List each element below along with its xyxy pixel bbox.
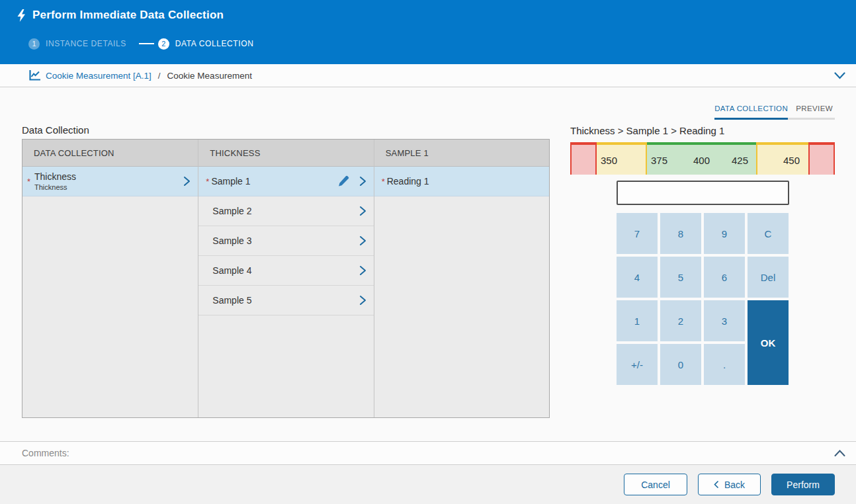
scale-zone-yellow-high <box>756 142 808 175</box>
measurement-path: Thickness > Sample 1 > Reading 1 <box>570 125 724 136</box>
key-ok[interactable]: OK <box>748 300 789 385</box>
row-sample-3[interactable]: Sample 3 <box>198 226 373 256</box>
reading-value-input[interactable] <box>617 181 789 205</box>
row-reading-1[interactable]: * Reading 1 <box>374 167 549 196</box>
step-1-circle: 1 <box>28 38 40 50</box>
row-thickness[interactable]: * Thickness Thickness <box>22 167 198 196</box>
panel-tabs: DATA COLLECTION PREVIEW <box>570 105 835 120</box>
scale-boundary-350: 350 <box>601 155 617 166</box>
breadcrumb-separator: / <box>158 71 161 81</box>
cancel-button[interactable]: Cancel <box>624 474 687 495</box>
breadcrumb: Cookie Measurement [A.1] / Cookie Measur… <box>0 64 856 87</box>
lightning-icon <box>17 9 26 22</box>
required-asterisk: * <box>27 177 30 187</box>
key-plus-minus[interactable]: +/- <box>617 344 658 385</box>
step-2-label: DATA COLLECTION <box>175 39 254 48</box>
key-5[interactable]: 5 <box>660 257 701 298</box>
row-sample-2[interactable]: Sample 2 <box>198 196 373 226</box>
spec-limit-scale: 350 375 400 425 450 <box>570 142 835 175</box>
wizard-steps: 1 INSTANCE DETAILS 2 DATA COLLECTION <box>28 38 253 50</box>
key-7[interactable]: 7 <box>617 213 658 254</box>
key-3[interactable]: 3 <box>704 300 745 341</box>
row-sample-1[interactable]: * Sample 1 <box>198 167 373 196</box>
column-thickness: THICKNESS * Sample 1 Sample 2 Sample 3 <box>198 140 373 417</box>
row-sample-5[interactable]: Sample 5 <box>198 286 373 315</box>
key-9[interactable]: 9 <box>704 213 745 254</box>
chevron-right-icon <box>359 176 366 187</box>
chart-icon <box>29 70 40 81</box>
chevron-left-icon <box>714 480 719 489</box>
row-sample-4[interactable]: Sample 4 <box>198 256 373 286</box>
scale-zone-red-low <box>570 142 597 175</box>
perform-button[interactable]: Perform <box>771 474 835 495</box>
column-header: THICKNESS <box>198 140 373 167</box>
key-2[interactable]: 2 <box>660 300 701 341</box>
comments-bar: Comments: <box>0 441 856 465</box>
dialog-title: Perform Immediate Data Collection <box>32 9 224 22</box>
column-header: SAMPLE 1 <box>374 140 549 167</box>
back-button[interactable]: Back <box>698 474 761 495</box>
key-decimal[interactable]: . <box>704 344 745 385</box>
key-clear[interactable]: C <box>748 213 789 254</box>
required-asterisk: * <box>382 177 385 187</box>
chevron-right-icon <box>359 295 366 306</box>
chevron-up-icon[interactable] <box>834 450 845 457</box>
key-6[interactable]: 6 <box>704 257 745 298</box>
scale-boundary-400: 400 <box>693 155 710 166</box>
scale-boundary-450: 450 <box>783 155 800 166</box>
chevron-right-icon <box>359 265 366 276</box>
tab-preview[interactable]: PREVIEW <box>788 105 835 120</box>
scale-zone-red-high <box>808 142 835 175</box>
key-1[interactable]: 1 <box>617 300 658 341</box>
key-4[interactable]: 4 <box>617 257 658 298</box>
dialog-header: Perform Immediate Data Collection 1 INST… <box>0 0 856 64</box>
comments-label: Comments: <box>22 448 69 458</box>
chevron-right-icon <box>183 176 191 187</box>
section-title: Data Collection <box>22 124 89 136</box>
perform-data-collection-dialog: Perform Immediate Data Collection 1 INST… <box>0 0 856 504</box>
dialog-footer: Cancel Back Perform <box>0 465 856 504</box>
key-0[interactable]: 0 <box>660 344 701 385</box>
step-1-label: INSTANCE DETAILS <box>46 39 126 48</box>
edit-pencil-icon[interactable] <box>337 175 349 187</box>
column-data-collection: DATA COLLECTION * Thickness Thickness <box>22 140 198 417</box>
breadcrumb-link[interactable]: Cookie Measurement [A.1] <box>46 71 151 81</box>
numeric-keypad: 7 8 9 C 4 5 6 Del 1 2 3 OK +/- 0 . <box>617 213 789 385</box>
chevron-right-icon <box>359 235 366 246</box>
key-8[interactable]: 8 <box>660 213 701 254</box>
scale-boundary-425: 425 <box>732 155 748 166</box>
tab-data-collection[interactable]: DATA COLLECTION <box>714 105 788 120</box>
required-asterisk: * <box>206 177 209 187</box>
chevron-down-icon[interactable] <box>834 72 845 79</box>
column-sample-1: SAMPLE 1 * Reading 1 <box>374 140 549 417</box>
step-instance-details[interactable]: 1 INSTANCE DETAILS <box>28 38 126 50</box>
scale-boundary-375: 375 <box>651 155 667 166</box>
back-button-label: Back <box>724 480 745 490</box>
column-header: DATA COLLECTION <box>22 140 198 167</box>
chevron-right-icon <box>359 206 366 216</box>
step-data-collection[interactable]: 2 DATA COLLECTION <box>158 38 254 50</box>
step-2-circle: 2 <box>158 38 169 50</box>
step-connector <box>139 43 154 44</box>
key-delete[interactable]: Del <box>748 257 789 298</box>
data-collection-table: DATA COLLECTION * Thickness Thickness TH… <box>22 139 550 418</box>
breadcrumb-current: Cookie Measurement <box>167 71 252 81</box>
